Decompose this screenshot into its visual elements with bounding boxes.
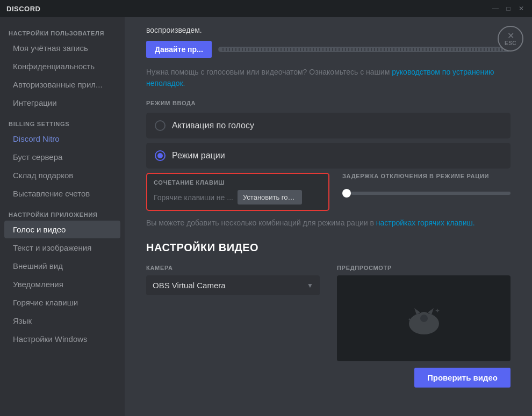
sidebar-item-billing[interactable]: Выставление счетов [4, 185, 120, 202]
camera-field-label: КАМЕРА [146, 265, 320, 271]
preview-field-label: ПРЕДПРОСМОТР [337, 265, 511, 271]
audio-test-row: Давайте пр... [146, 41, 511, 58]
main-layout: НАСТРОЙКИ ПОЛЬЗОВАТЕЛЯ Моя учётная запис… [0, 17, 532, 416]
sidebar-item-hotkeys[interactable]: Горячие клавиши [4, 294, 120, 311]
ptt-label: Режим рации [172, 151, 225, 160]
camera-preview: ✦ ✦ [337, 275, 511, 361]
svg-point-2 [420, 315, 428, 322]
sidebar-item-gifts[interactable]: Склад подарков [4, 166, 120, 184]
voice-activation-option[interactable]: Активация по голосу [146, 113, 511, 138]
voice-activation-radio[interactable] [155, 120, 166, 131]
shortcut-placeholder: Горячие клавиши не ... [154, 193, 233, 202]
preview-column: ПРЕДПРОСМОТР ✦ ✦ [337, 265, 511, 388]
shortcut-label: СОЧЕТАНИЕ КЛАВИШ [154, 179, 322, 186]
close-icon: ✕ [507, 32, 514, 40]
sidebar-item-privacy[interactable]: Конфиденциальность [4, 57, 120, 75]
esc-label: ESC [505, 40, 516, 46]
sidebar-item-notifications[interactable]: Уведомления [4, 275, 120, 293]
delay-box: ЗАДЕРЖКА ОТКЛЮЧЕНИЯ В РЕЖИМЕ РАЦИИ [342, 173, 511, 211]
ptt-settings-row: СОЧЕТАНИЕ КЛАВИШ Горячие клавиши не ... … [146, 173, 511, 211]
sidebar-item-apps[interactable]: Авторизованные прил... [4, 76, 120, 93]
sidebar-item-nitro[interactable]: Discord Nitro [4, 130, 120, 148]
titlebar: DISCORD — □ ✕ [0, 0, 532, 17]
shortcut-box: СОЧЕТАНИЕ КЛАВИШ Горячие клавиши не ... … [146, 173, 329, 211]
ptt-note-link[interactable]: настройках горячих клавиш. [376, 218, 475, 227]
sidebar-item-integrations[interactable]: Интеграции [4, 94, 120, 112]
video-settings-title: НАСТРОЙКИ ВИДЕО [146, 242, 511, 254]
esc-button[interactable]: ✕ ESC [498, 26, 523, 52]
help-text: Нужна помощь с голосовым или видеочатом?… [146, 67, 511, 89]
window-controls: — □ ✕ [491, 4, 526, 13]
sidebar-item-text[interactable]: Текст и изображения [4, 239, 120, 257]
sidebar-item-voice[interactable]: Голос и видео [4, 221, 120, 238]
sidebar-item-boost[interactable]: Буст сервера [4, 148, 120, 166]
camera-select-wrapper: OBS Virtual Camera ▼ [146, 275, 320, 295]
sidebar-section-billing: BILLING SETTINGS [0, 112, 125, 129]
top-text: воспроизведем. [146, 17, 511, 41]
sidebar-item-account[interactable]: Моя учётная запись [4, 39, 120, 57]
ptt-radio[interactable] [155, 150, 166, 161]
slider-thumb [342, 189, 351, 198]
check-video-button[interactable]: Проверить видео [414, 368, 511, 388]
sidebar-section-user-settings: НАСТРОЙКИ ПОЛЬЗОВАТЕЛЯ [0, 21, 125, 39]
audio-meter [218, 47, 511, 52]
maximize-button[interactable]: □ [504, 4, 513, 13]
shortcut-input-row: Горячие клавиши не ... Установить горяч [154, 190, 322, 205]
camera-column: КАМЕРА OBS Virtual Camera ▼ [146, 265, 320, 295]
audio-meter-bar [220, 48, 508, 51]
camera-icon: ✦ ✦ [402, 300, 445, 337]
svg-text:✦: ✦ [408, 317, 412, 322]
sidebar-item-windows[interactable]: Настройки Windows [4, 330, 120, 348]
ptt-note-prefix: Вы можете добавить несколько комбинаций … [146, 218, 376, 227]
ptt-note: Вы можете добавить несколько комбинаций … [146, 217, 511, 229]
slider-track [351, 192, 511, 195]
camera-section: КАМЕРА OBS Virtual Camera ▼ ПРЕДПРОСМОТР [146, 265, 511, 388]
radio-dot [157, 153, 163, 158]
ptt-option[interactable]: Режим рации [146, 143, 511, 169]
lets-play-button[interactable]: Давайте пр... [146, 41, 212, 58]
delay-label: ЗАДЕРЖКА ОТКЛЮЧЕНИЯ В РЕЖИМЕ РАЦИИ [342, 173, 511, 179]
close-button[interactable]: ✕ [517, 4, 526, 13]
help-text-prefix: Нужна помощь с голосовым или видеочатом?… [146, 68, 392, 76]
sidebar-section-app-settings: НАСТРОЙКИ ПРИЛОЖЕНИЯ [0, 203, 125, 220]
camera-select[interactable]: OBS Virtual Camera [146, 275, 320, 295]
set-shortcut-button[interactable]: Установить горяч [238, 190, 302, 205]
sidebar: НАСТРОЙКИ ПОЛЬЗОВАТЕЛЯ Моя учётная запис… [0, 17, 125, 416]
minimize-button[interactable]: — [491, 4, 500, 13]
voice-activation-label: Активация по голосу [172, 121, 254, 130]
app-title: DISCORD [6, 5, 40, 13]
sidebar-item-appearance[interactable]: Внешний вид [4, 257, 120, 275]
content-area: ✕ ESC воспроизведем. Давайте пр... Нужна… [125, 17, 532, 416]
input-mode-label: РЕЖИМ ВВОДА [146, 100, 511, 106]
svg-text:✦: ✦ [435, 307, 440, 315]
delay-slider-wrapper [342, 184, 511, 198]
sidebar-item-language[interactable]: Язык [4, 312, 120, 330]
